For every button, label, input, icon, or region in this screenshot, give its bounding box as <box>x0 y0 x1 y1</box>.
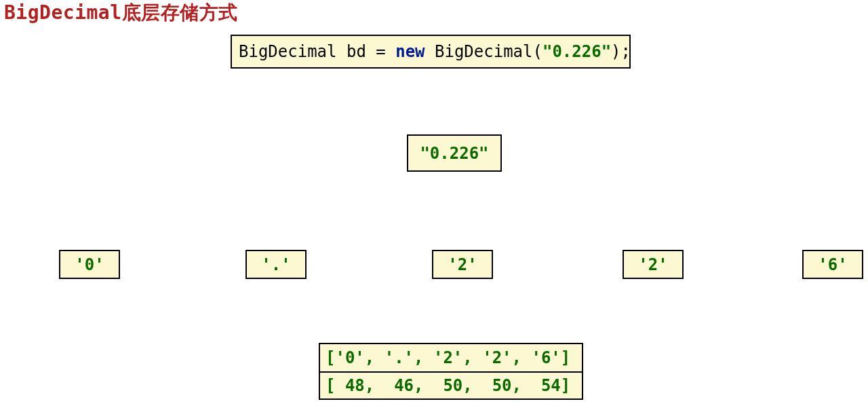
code-keyword-new: new <box>395 42 425 61</box>
diagram-root: BigDecimal底层存储方式 BigDecimal bd = new Big… <box>0 0 868 408</box>
array-row-ints: [ 48, 46, 50, 50, 54] <box>320 371 582 398</box>
char-box-0: '0' <box>59 250 120 279</box>
code-post: ); <box>611 42 631 61</box>
string-literal-box: "0.226" <box>407 134 502 172</box>
char-box-2: '2' <box>432 250 493 279</box>
array-table: ['0', '.', '2', '2', '6'] [ 48, 46, 50, … <box>319 343 583 400</box>
char-box-4: '6' <box>802 250 863 279</box>
code-declaration-box: BigDecimal bd = new BigDecimal("0.226"); <box>231 35 631 69</box>
char-box-1: '.' <box>245 250 307 279</box>
diagram-title: BigDecimal底层存储方式 <box>4 0 238 26</box>
code-pre: BigDecimal bd = <box>239 42 395 61</box>
char-box-3: '2' <box>623 250 684 279</box>
code-string-arg: "0.226" <box>542 42 611 61</box>
code-mid: BigDecimal( <box>425 42 542 61</box>
array-row-chars: ['0', '.', '2', '2', '6'] <box>320 344 582 371</box>
